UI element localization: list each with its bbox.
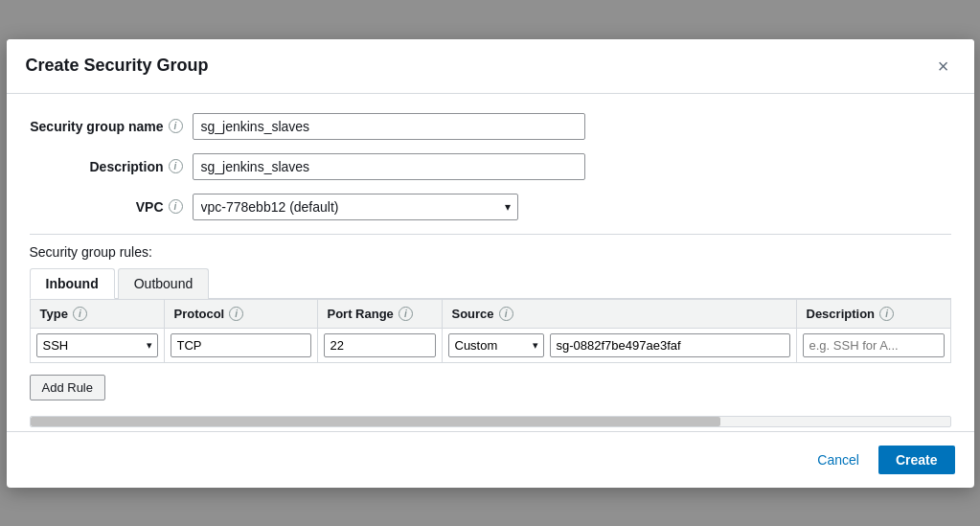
- source-type-select-wrapper: Custom Anywhere My IP: [448, 333, 544, 357]
- rules-section-label: Security group rules:: [30, 244, 951, 260]
- tab-outbound[interactable]: Outbound: [118, 268, 210, 299]
- vpc-row: VPC i vpc-778ebb12 (default): [30, 194, 951, 220]
- description-input[interactable]: [193, 153, 585, 180]
- th-port-range: Port Range i: [317, 299, 442, 328]
- cell-port-range: [317, 328, 442, 362]
- cancel-button[interactable]: Cancel: [808, 446, 869, 473]
- security-group-name-label: Security group name i: [30, 119, 193, 134]
- vpc-label: VPC i: [30, 199, 193, 215]
- rules-table-header: Type i Protocol i Port R: [30, 299, 950, 328]
- cell-source: Custom Anywhere My IP: [442, 328, 796, 362]
- create-security-group-modal: Create Security Group × Security group n…: [7, 39, 974, 488]
- modal-overlay: Create Security Group × Security group n…: [0, 0, 980, 526]
- horizontal-scrollbar[interactable]: [30, 416, 951, 427]
- desc-col-info-icon[interactable]: i: [879, 307, 894, 321]
- description-row: Description i: [30, 153, 951, 180]
- cell-protocol: [164, 328, 317, 362]
- modal-title: Create Security Group: [26, 56, 209, 76]
- security-group-name-info-icon[interactable]: i: [169, 119, 183, 133]
- source-type-select[interactable]: Custom Anywhere My IP: [448, 333, 544, 357]
- vpc-select[interactable]: vpc-778ebb12 (default): [193, 194, 518, 220]
- source-value-input[interactable]: [550, 333, 790, 357]
- port-col-info-icon[interactable]: i: [399, 307, 413, 321]
- scrollbar-thumb: [31, 417, 720, 426]
- vpc-info-icon[interactable]: i: [169, 199, 183, 214]
- description-info-icon[interactable]: i: [169, 159, 183, 173]
- th-source: Source i: [442, 299, 796, 328]
- modal-header: Create Security Group ×: [7, 39, 974, 94]
- create-button[interactable]: Create: [878, 446, 955, 474]
- type-col-info-icon[interactable]: i: [73, 307, 87, 321]
- type-select-wrapper: SSH HTTP HTTPS Custom TCP All traffic: [36, 333, 158, 357]
- cell-type: SSH HTTP HTTPS Custom TCP All traffic: [30, 328, 164, 362]
- th-description: Description i: [796, 299, 950, 328]
- description-label: Description i: [30, 159, 193, 174]
- close-button[interactable]: ×: [932, 55, 955, 78]
- source-col-info-icon[interactable]: i: [499, 307, 513, 321]
- rules-table-header-row: Type i Protocol i Port R: [30, 299, 950, 328]
- port-range-input[interactable]: [324, 333, 436, 357]
- protocol-input[interactable]: [171, 333, 311, 357]
- type-select[interactable]: SSH HTTP HTTPS Custom TCP All traffic: [36, 333, 158, 357]
- modal-footer: Cancel Create: [7, 431, 974, 488]
- cell-description: [796, 328, 950, 362]
- rules-tabs: Inbound Outbound: [30, 267, 951, 299]
- security-group-name-row: Security group name i: [30, 113, 951, 140]
- source-inner: Custom Anywhere My IP: [448, 333, 790, 357]
- tab-inbound[interactable]: Inbound: [30, 268, 115, 299]
- rules-table-body: SSH HTTP HTTPS Custom TCP All traffic: [30, 328, 950, 362]
- security-group-name-input[interactable]: [193, 113, 585, 140]
- table-row: SSH HTTP HTTPS Custom TCP All traffic: [30, 328, 950, 362]
- th-type: Type i: [30, 299, 164, 328]
- protocol-col-info-icon[interactable]: i: [229, 307, 243, 321]
- rule-description-input[interactable]: [803, 333, 945, 357]
- modal-body: Security group name i Description i VPC …: [7, 94, 974, 427]
- rules-table: Type i Protocol i Port R: [30, 299, 951, 363]
- th-protocol: Protocol i: [164, 299, 317, 328]
- vpc-select-wrapper: vpc-778ebb12 (default): [193, 194, 518, 220]
- divider: [30, 234, 951, 235]
- add-rule-button[interactable]: Add Rule: [30, 375, 105, 400]
